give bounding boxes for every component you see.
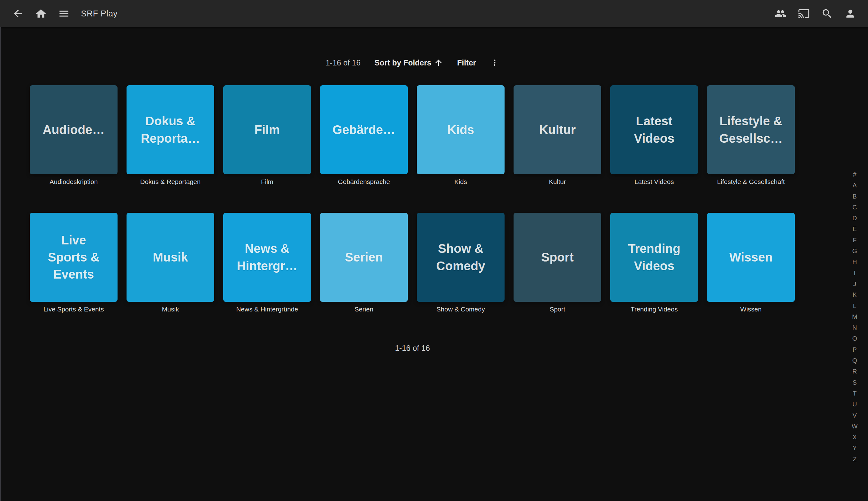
tile-caption: News & Hintergründe — [223, 305, 311, 313]
more-vert-icon — [490, 58, 499, 67]
alphabet-letter[interactable]: S — [848, 377, 861, 388]
overflow-menu-button[interactable] — [490, 58, 499, 67]
library-folder-tile[interactable]: Kids Kids — [417, 85, 504, 186]
tile-title: News & Hintergr… — [233, 240, 302, 274]
alphabet-letter[interactable]: H — [848, 257, 861, 267]
library-folder-tile[interactable]: Show & Comedy Show & Comedy — [417, 213, 504, 313]
alphabet-letter[interactable]: N — [848, 322, 861, 333]
tile-title: Live Sports & Events — [44, 232, 103, 283]
cast-icon — [798, 8, 810, 20]
hamburger-menu-icon — [58, 8, 70, 20]
alphabet-letter[interactable]: Q — [848, 355, 861, 366]
library-folder-tile[interactable]: News & Hintergr… News & Hintergründe — [223, 213, 311, 313]
top-app-bar: SRF Play — [0, 0, 868, 27]
tile-caption: Show & Comedy — [417, 305, 504, 313]
library-folder-tile[interactable]: Lifestyle & Gesellsc… Lifestyle & Gesell… — [707, 85, 795, 186]
tile-art: Trending Videos — [610, 213, 698, 302]
alphabet-letter[interactable]: X — [848, 432, 861, 443]
arrow-back-icon — [12, 8, 24, 20]
tile-title: Film — [251, 121, 283, 138]
tile-title: Audiode… — [39, 121, 109, 138]
alphabet-letter[interactable]: P — [848, 344, 861, 355]
library-folder-tile[interactable]: Trending Videos Trending Videos — [610, 213, 698, 313]
alphabet-letter[interactable]: E — [848, 224, 861, 235]
alphabet-letter[interactable]: A — [848, 180, 861, 191]
tile-title: Kids — [444, 121, 478, 138]
alphabet-letter[interactable]: R — [848, 366, 861, 377]
alphabet-letter[interactable]: Z — [848, 454, 861, 465]
library-folder-tile[interactable]: Latest Videos Latest Videos — [610, 85, 698, 186]
library-folder-tile[interactable]: Serien Serien — [320, 213, 408, 313]
alphabet-letter[interactable]: B — [848, 191, 861, 202]
topbar-actions — [775, 8, 856, 20]
tile-art: Latest Videos — [610, 85, 698, 174]
account-button[interactable] — [844, 8, 856, 20]
library-folder-tile[interactable]: Kultur Kultur — [513, 85, 601, 186]
tile-art: Gebärde… — [320, 85, 408, 174]
alphabet-letter[interactable]: F — [848, 235, 861, 246]
menu-button[interactable] — [58, 8, 70, 20]
alphabet-letter[interactable]: C — [848, 202, 861, 213]
tile-caption: Kultur — [513, 178, 601, 186]
tile-art: Show & Comedy — [417, 213, 504, 302]
tile-caption: Latest Videos — [610, 178, 698, 186]
tile-title: Wissen — [726, 249, 777, 266]
alphabet-letter[interactable]: W — [848, 421, 861, 432]
group-people-icon — [775, 8, 786, 20]
tile-caption: Gebärdensprache — [320, 178, 408, 186]
sort-button[interactable]: Sort by Folders — [375, 58, 443, 67]
tile-title: Dokus & Reporta… — [137, 113, 204, 147]
library-folder-tile[interactable]: Dokus & Reporta… Dokus & Reportagen — [127, 85, 214, 186]
library-folder-tile[interactable]: Gebärde… Gebärdensprache — [320, 85, 408, 186]
tile-caption: Serien — [320, 305, 408, 313]
tile-caption: Kids — [417, 178, 504, 186]
library-folder-tile[interactable]: Film Film — [223, 85, 311, 186]
library-folder-tile[interactable]: Audiode… Audiodeskription — [30, 85, 118, 186]
pagination-count: 1-16 of 16 — [0, 344, 825, 353]
tile-caption: Sport — [513, 305, 601, 313]
tile-caption: Dokus & Reportagen — [127, 178, 214, 186]
alphabet-letter[interactable]: # — [848, 169, 861, 180]
alphabet-scroller: # A B C D E F G H I J K L M N O P Q R S … — [848, 169, 861, 465]
tile-caption: Film — [223, 178, 311, 186]
alphabet-letter[interactable]: J — [848, 279, 861, 289]
left-scrollbar[interactable] — [0, 27, 1, 501]
library-folder-tile[interactable]: Musik Musik — [127, 213, 214, 313]
tile-art: Lifestyle & Gesellsc… — [707, 85, 795, 174]
library-folder-tile[interactable]: Sport Sport — [513, 213, 601, 313]
tile-caption: Live Sports & Events — [30, 305, 118, 313]
tile-caption: Lifestyle & Gesellschaft — [707, 178, 795, 186]
alphabet-letter[interactable]: K — [848, 289, 861, 300]
tile-title: Sport — [538, 249, 577, 266]
item-count: 1-16 of 16 — [326, 58, 361, 67]
alphabet-letter[interactable]: L — [848, 301, 861, 311]
tile-art: Kultur — [513, 85, 601, 174]
tile-title: Serien — [341, 249, 387, 266]
tile-art: News & Hintergr… — [223, 213, 311, 302]
back-button[interactable] — [12, 8, 24, 20]
home-button[interactable] — [35, 8, 47, 20]
alphabet-letter[interactable]: D — [848, 213, 861, 224]
search-button[interactable] — [821, 8, 833, 20]
cast-button[interactable] — [798, 8, 810, 20]
library-folder-tile[interactable]: Live Sports & Events Live Sports & Event… — [30, 213, 118, 313]
library-folder-tile[interactable]: Wissen Wissen — [707, 213, 795, 313]
alphabet-letter[interactable]: U — [848, 399, 861, 410]
alphabet-letter[interactable]: V — [848, 410, 861, 421]
alphabet-letter[interactable]: O — [848, 333, 861, 344]
alphabet-letter[interactable]: T — [848, 388, 861, 399]
tile-art: Live Sports & Events — [30, 213, 118, 302]
tile-caption: Trending Videos — [610, 305, 698, 313]
alphabet-letter[interactable]: Y — [848, 443, 861, 454]
alphabet-letter[interactable]: G — [848, 246, 861, 257]
tile-art: Film — [223, 85, 311, 174]
person-icon — [844, 8, 856, 20]
tile-caption: Wissen — [707, 305, 795, 313]
syncplay-button[interactable] — [775, 8, 786, 20]
alphabet-letter[interactable]: M — [848, 311, 861, 322]
tile-art: Kids — [417, 85, 504, 174]
alphabet-letter[interactable]: I — [848, 268, 861, 279]
search-icon — [821, 8, 833, 20]
tile-art: Musik — [127, 213, 214, 302]
filter-button[interactable]: Filter — [457, 58, 476, 67]
